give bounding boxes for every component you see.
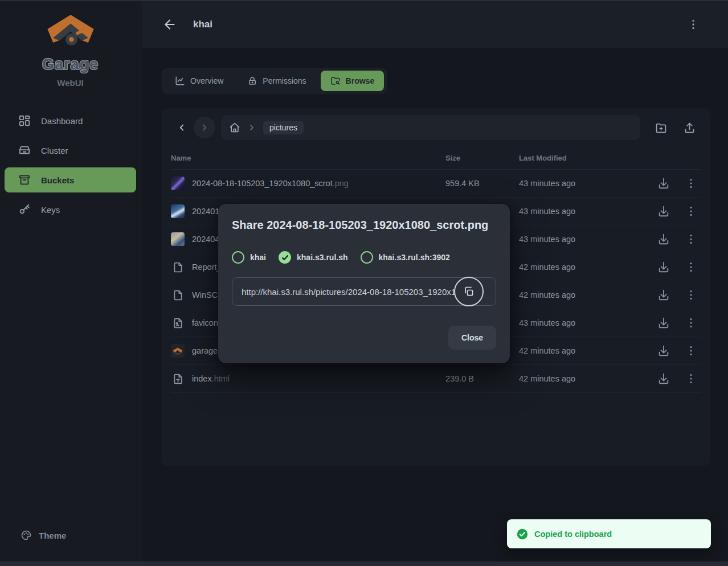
radio-checked-icon[interactable] [279, 251, 291, 264]
table-row[interactable]: index.html 239.0 B 42 minutes ago [171, 365, 701, 393]
row-kebab-menu-icon[interactable] [685, 205, 697, 218]
file-name: 2024-08-18-105203_1920x1080_scrot [192, 179, 333, 188]
toast-message: Copied to clipboard [534, 530, 612, 539]
column-header-size: Size [445, 154, 519, 162]
row-kebab-menu-icon[interactable] [685, 344, 697, 357]
new-folder-button[interactable] [649, 116, 672, 139]
sidebar-item-cluster[interactable]: Cluster [5, 138, 136, 163]
file-extension: .png [333, 179, 349, 188]
tab-label: Browse [346, 76, 375, 85]
table-header: Name Size Last Modified [171, 148, 701, 170]
breadcrumb-folder-pictures[interactable]: pictures [263, 121, 304, 134]
modal-footer: Close [232, 326, 496, 350]
download-icon[interactable] [657, 317, 670, 329]
tab-label: Overview [190, 76, 223, 85]
download-icon[interactable] [657, 233, 670, 245]
row-kebab-menu-icon[interactable] [685, 372, 697, 385]
radio-unchecked-icon[interactable] [232, 251, 244, 264]
domain-option-khai-s3-3902[interactable]: khai.s3.rul.sh:3902 [361, 251, 450, 264]
folder-search-icon [330, 76, 341, 86]
domain-option-label: khai [250, 253, 266, 262]
success-check-icon [517, 528, 528, 540]
header-kebab-menu-icon[interactable] [687, 18, 700, 31]
share-modal-title: Share 2024-08-18-105203_1920x1080_scrot.… [232, 219, 496, 232]
sidebar: Garage WebUI Dashboard Cluster Bucket [0, 0, 141, 561]
row-kebab-menu-icon[interactable] [685, 177, 697, 190]
file-icon [171, 260, 185, 274]
sidebar-item-dashboard[interactable]: Dashboard [5, 108, 136, 133]
sidebar-item-label: Dashboard [41, 116, 83, 126]
row-kebab-menu-icon[interactable] [685, 233, 697, 245]
sidebar-footer: Theme [0, 530, 141, 561]
file-icon [171, 288, 185, 302]
share-modal: Share 2024-08-18-105203_1920x1080_scrot.… [218, 204, 510, 363]
file-size: 959.4 KB [445, 179, 519, 188]
download-icon[interactable] [657, 261, 670, 273]
sidebar-item-keys[interactable]: Keys [5, 197, 136, 222]
logo-block: Garage WebUI [0, 0, 141, 88]
row-kebab-menu-icon[interactable] [685, 261, 697, 273]
copy-url-button[interactable] [454, 277, 484, 306]
sidebar-item-label: Cluster [41, 146, 68, 155]
garage-logo-thumbnail [171, 344, 185, 358]
file-image-icon [171, 316, 185, 330]
keys-icon [18, 203, 31, 216]
download-icon[interactable] [657, 344, 670, 357]
row-kebab-menu-icon[interactable] [685, 317, 697, 329]
page-title: khai [193, 19, 212, 30]
file-text-icon [171, 372, 185, 385]
table-row[interactable]: 2024-08-18-105203_1920x1080_scrot.png 95… [171, 170, 701, 198]
image-thumbnail [171, 177, 185, 190]
home-icon[interactable] [229, 122, 240, 133]
theme-button[interactable]: Theme [21, 530, 120, 541]
buckets-icon [18, 174, 31, 186]
file-modified: 43 minutes ago [519, 179, 650, 188]
download-icon[interactable] [657, 289, 670, 301]
nav-back-button[interactable] [171, 117, 193, 138]
sidebar-item-buckets[interactable]: Buckets [5, 167, 136, 192]
window-top-edge [0, 0, 728, 1]
upload-button[interactable] [678, 116, 701, 139]
share-url-row [232, 277, 496, 306]
tab-permissions[interactable]: Permissions [238, 71, 316, 91]
download-icon[interactable] [657, 372, 670, 385]
garage-logo-icon [47, 42, 95, 52]
file-modified: 42 minutes ago [519, 263, 650, 272]
app-root: Garage WebUI Dashboard Cluster Bucket [0, 0, 728, 566]
browse-toolbar: pictures [171, 113, 701, 142]
tab-browse[interactable]: Browse [321, 71, 385, 91]
tab-label: Permissions [263, 76, 306, 85]
app-logo-title: Garage [0, 56, 141, 73]
column-header-modified: Last Modified [519, 154, 650, 162]
nav-forward-button[interactable] [194, 117, 215, 138]
sidebar-item-label: Keys [41, 205, 60, 215]
domain-option-label: khai.s3.rul.sh:3902 [379, 253, 450, 262]
sidebar-nav: Dashboard Cluster Buckets Keys [0, 108, 141, 222]
dashboard-icon [18, 114, 31, 127]
toast-copied: Copied to clipboard [507, 519, 711, 548]
back-arrow-icon[interactable] [162, 17, 177, 32]
image-thumbnail [171, 232, 185, 246]
domain-option-khai-s3[interactable]: khai.s3.rul.sh [279, 251, 347, 264]
row-kebab-menu-icon[interactable] [685, 289, 697, 301]
file-modified: 42 minutes ago [519, 374, 650, 383]
download-icon[interactable] [657, 205, 670, 218]
image-thumbnail [171, 204, 185, 218]
bottom-scrollbar-track[interactable] [0, 561, 728, 566]
radio-unchecked-icon[interactable] [361, 251, 373, 264]
palette-icon [21, 530, 32, 541]
app-logo-subtitle: WebUI [0, 78, 141, 88]
file-extension: .html [212, 374, 230, 383]
file-modified: 43 minutes ago [519, 318, 650, 327]
download-icon[interactable] [657, 177, 670, 190]
theme-label: Theme [39, 531, 66, 540]
breadcrumb: pictures [221, 115, 640, 140]
file-modified: 42 minutes ago [519, 290, 650, 300]
tab-overview[interactable]: Overview [165, 71, 233, 91]
close-button[interactable]: Close [448, 326, 496, 350]
domain-option-khai[interactable]: khai [232, 251, 266, 264]
domain-option-label: khai.s3.rul.sh [297, 253, 347, 262]
cluster-icon [18, 144, 31, 157]
page-header: khai [142, 0, 728, 48]
file-modified: 43 minutes ago [519, 235, 650, 244]
